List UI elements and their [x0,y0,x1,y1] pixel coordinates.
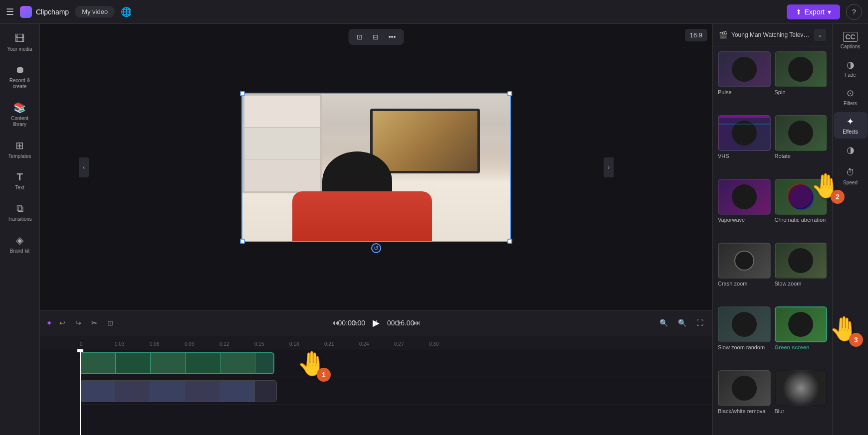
sidebar-speed[interactable]: ⏱ Speed [834,163,868,189]
handle-top-left[interactable] [240,91,245,96]
fullscreen-button[interactable]: ⛶ [693,317,706,329]
effect-thumb-vhs [718,115,771,151]
playback-center-controls: ⏮ ⟳ ▶ ⟳ ⏭ [329,314,423,331]
sidebar-label-brand-kit: Brand kit [10,248,29,254]
aspect-ratio-button[interactable]: 16:9 [685,29,707,41]
effect-thumb-chromatic [775,179,828,215]
clip-frame-2 [116,353,151,373]
sidebar-item-your-media[interactable]: 🎞 Your media [2,28,38,57]
transitions-icon: ⧉ [16,203,23,214]
crop-tool-button[interactable]: ⊡ [354,32,366,42]
logo-icon [20,6,32,18]
sub-frame-1 [80,381,115,402]
fade-label: Fade [845,72,856,78]
menu-icon[interactable]: ☰ [6,6,14,17]
video-frame[interactable]: ↺ [241,93,511,242]
redo-button[interactable]: ↪ [72,317,84,329]
rotate-handle[interactable]: ↺ [371,243,381,253]
effect-label-spin: Spin [775,89,828,95]
split-button[interactable]: ⊡ [104,317,116,329]
help-button[interactable]: ? [846,4,862,20]
more-tool-button[interactable]: ••• [386,32,399,42]
preview-area: ⊡ ⊟ ••• 16:9 ‹ › [40,24,712,310]
panel-expand-button[interactable]: ⌄ [814,29,826,41]
ruler-mark-9: 0:09 [185,341,219,347]
sidebar-captions[interactable]: CC Captions [834,28,868,53]
effect-blur[interactable]: Blur [775,370,828,430]
sidebar-effects[interactable]: ✦ Effects [834,112,868,139]
sidebar-item-content-library[interactable]: 📚 Content library [2,97,38,133]
clip-frames-sub [80,381,255,402]
effect-green-screen[interactable]: Green screen [775,306,828,366]
sidebar-adjust[interactable]: ◑ [834,141,868,161]
app-name: Clipchamp [36,8,69,16]
effect-label-vaporwave: Vaporwave [718,217,771,223]
cloud-sync-icon: 🌐 [121,6,132,17]
effect-spin[interactable]: Spin [775,51,828,111]
effect-crash-zoom[interactable]: Crash zoom [718,243,771,302]
captions-icon: CC [843,32,857,42]
timeline-cursor[interactable] [80,349,81,435]
sidebar-item-record-create[interactable]: ⏺ Record & create [2,59,38,95]
right-panel-header: 🎬 Young Man Watching Television... ⌄ [713,24,832,46]
effect-pulse[interactable]: Pulse [718,51,771,111]
main-track [80,349,712,377]
sub-track-clip[interactable] [80,380,277,402]
sidebar-item-brand-kit[interactable]: ◈ Brand kit [2,229,38,259]
video-tab[interactable]: My video [75,6,115,17]
cut-button[interactable]: ✂ [88,317,100,329]
ruler-mark-3: 0:03 [115,341,150,347]
effect-chromatic-aberration[interactable]: Chromatic aberration [775,179,828,239]
effect-vhs[interactable]: VHS [718,115,771,175]
effect-slow-zoom-random[interactable]: Slow zoom random [718,306,771,366]
effect-bw-removal[interactable]: Black/white removal [718,370,771,430]
effect-rotate[interactable]: Rotate [775,115,828,175]
ruler-mark-21: 0:21 [324,341,359,347]
speed-label: Speed [843,180,858,185]
zoom-in-button[interactable]: 🔍 [675,317,689,329]
undo-button[interactable]: ↩ [56,317,68,329]
filters-label: Filters [844,101,857,106]
speed-icon: ⏱ [846,167,855,178]
sidebar-label-your-media: Your media [7,46,32,52]
magic-tool-button[interactable]: ✦ [46,318,52,328]
rewind-button[interactable]: ⟳ [349,316,360,330]
ruler-mark-6: 0:06 [150,341,185,347]
fit-tool-button[interactable]: ⊟ [370,32,382,42]
ruler-mark-15: 0:15 [254,341,289,347]
export-icon: ⬆ [796,8,802,16]
filters-icon: ⊙ [847,88,854,99]
zoom-out-button[interactable]: 🔍 [656,317,671,329]
play-button[interactable]: ▶ [368,314,385,331]
effect-label-crash-zoom: Crash zoom [718,281,771,287]
effect-label-slow-zoom: Slow zoom [775,281,828,287]
handle-top-right[interactable] [507,91,512,96]
preview-toolbar: ⊡ ⊟ ••• [349,29,404,45]
fast-forward-button[interactable]: ⟳ [393,316,403,330]
effect-thumb-crashzoom [718,243,771,279]
effect-vaporwave[interactable]: Vaporwave [718,179,771,239]
adjust-icon: ◑ [847,145,855,155]
collapse-right-button[interactable]: › [604,157,614,177]
sidebar-item-text[interactable]: T Text [2,166,38,196]
sidebar-filters[interactable]: ⊙ Filters [834,84,868,110]
sidebar-item-templates[interactable]: ⊞ Templates [2,135,38,164]
main-track-clip[interactable] [80,352,274,374]
handle-bottom-left[interactable] [240,239,245,244]
collapse-left-button[interactable]: ‹ [79,157,89,177]
sidebar-fade[interactable]: ◑ Fade [834,55,868,82]
effect-thumb-slowzoom [775,243,828,279]
export-button[interactable]: ⬆ Export ▾ [787,4,840,19]
clip-frames-main [81,353,255,373]
effect-label-bw-removal: Black/white removal [718,408,771,414]
effect-slow-zoom[interactable]: Slow zoom [775,243,828,302]
brand-kit-icon: ◈ [16,234,23,246]
skip-to-end-button[interactable]: ⏭ [411,316,423,329]
captions-label: Captions [841,44,860,49]
timeline-area: 0 0:03 0:06 0:09 0:12 0:15 0:18 0:21 0:2… [40,335,712,435]
skip-to-start-button[interactable]: ⏮ [329,316,341,329]
sidebar-item-transitions[interactable]: ⧉ Transitions [2,198,38,227]
ruler-marks: 0 0:03 0:06 0:09 0:12 0:15 0:18 0:21 0:2… [80,341,464,347]
handle-bottom-right[interactable] [507,239,512,244]
effects-label: Effects [843,129,858,135]
